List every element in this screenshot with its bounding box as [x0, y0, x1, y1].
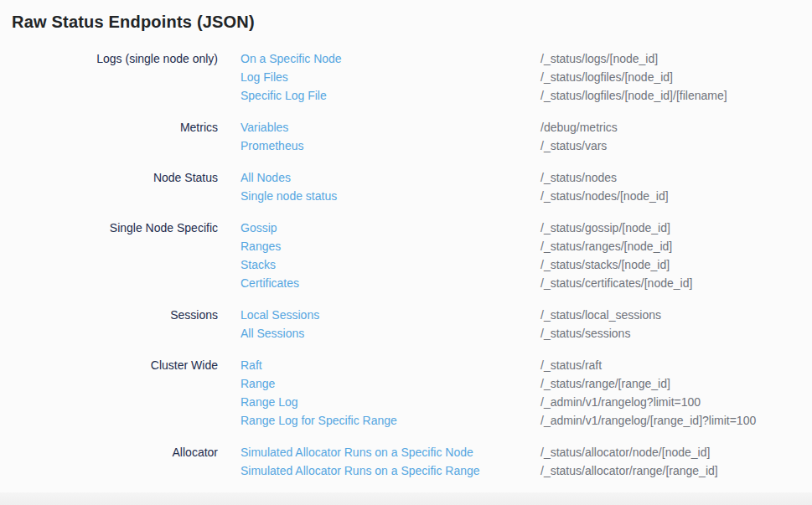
endpoint-path: /_status/gossip/[node_id]: [540, 219, 800, 237]
endpoint-path: /_status/stacks/[node_id]: [540, 255, 800, 274]
category-label: Metrics: [12, 118, 218, 155]
endpoint-section: Node Status All NodesSingle node status …: [12, 168, 800, 205]
endpoint-section: Metrics VariablesPrometheus /debug/metri…: [12, 118, 800, 155]
endpoint-path: /_status/allocator/node/[node_id]: [540, 443, 800, 461]
endpoint-section: Allocator Simulated Allocator Runs on a …: [12, 443, 800, 480]
endpoint-path: /_status/vars: [540, 137, 800, 155]
endpoint-link[interactable]: Gossip: [240, 219, 518, 237]
endpoint-section: Sessions Local SessionsAll Sessions /_st…: [12, 306, 800, 343]
endpoint-path-list: /_status/gossip/[node_id]/_status/ranges…: [540, 219, 800, 292]
endpoint-path: /_status/logfiles/[node_id]/[filename]: [540, 86, 800, 105]
endpoint-link[interactable]: Simulated Allocator Runs on a Specific R…: [240, 461, 518, 480]
category-label: Allocator: [12, 443, 218, 480]
endpoint-path: /_admin/v1/rangelog/[range_id]?limit=100: [540, 411, 800, 430]
endpoint-path-list: /debug/metrics/_status/vars: [540, 118, 800, 155]
endpoint-link[interactable]: Variables: [240, 118, 518, 137]
endpoint-link[interactable]: Prometheus: [240, 137, 518, 155]
endpoint-path: /_status/nodes/[node_id]: [540, 187, 800, 205]
endpoint-path: /_status/local_sessions: [540, 306, 800, 324]
endpoint-link[interactable]: Range: [240, 374, 518, 393]
category-label: Cluster Wide: [12, 356, 218, 430]
endpoint-section: Logs (single node only) On a Specific No…: [12, 49, 800, 105]
endpoint-link[interactable]: Stacks: [240, 255, 518, 274]
endpoint-link[interactable]: Log Files: [240, 68, 518, 86]
endpoint-link[interactable]: All Nodes: [240, 168, 518, 187]
endpoint-path-list: /_status/raft/_status/range/[range_id]/_…: [540, 356, 800, 430]
endpoint-link[interactable]: Simulated Allocator Runs on a Specific N…: [240, 443, 518, 461]
endpoint-link[interactable]: Range Log: [240, 393, 518, 411]
endpoint-path-list: /_status/allocator/node/[node_id]/_statu…: [540, 443, 800, 480]
endpoint-section: Cluster Wide RaftRangeRange LogRange Log…: [12, 356, 800, 430]
endpoint-path: /debug/metrics: [540, 118, 800, 137]
endpoint-path: /_status/raft: [540, 356, 800, 374]
endpoint-link[interactable]: Single node status: [240, 187, 518, 205]
endpoint-link[interactable]: Certificates: [240, 274, 518, 292]
footer-band: [0, 492, 812, 505]
endpoint-path: /_status/range/[range_id]: [540, 374, 800, 393]
endpoint-link-list: On a Specific NodeLog FilesSpecific Log …: [240, 49, 518, 105]
endpoint-link[interactable]: Ranges: [240, 237, 518, 255]
endpoint-link[interactable]: Local Sessions: [240, 306, 518, 324]
raw-status-endpoints-page: Raw Status Endpoints (JSON) Logs (single…: [0, 0, 812, 480]
endpoint-link[interactable]: Range Log for Specific Range: [240, 411, 518, 430]
endpoint-link-list: Local SessionsAll Sessions: [240, 306, 518, 343]
endpoint-link-list: GossipRangesStacksCertificates: [240, 219, 518, 292]
endpoint-path-list: /_status/nodes/_status/nodes/[node_id]: [540, 168, 800, 205]
endpoint-path: /_status/certificates/[node_id]: [540, 274, 800, 292]
category-label: Node Status: [12, 168, 218, 205]
endpoint-path-list: /_status/local_sessions/_status/sessions: [540, 306, 800, 343]
endpoint-path: /_status/ranges/[node_id]: [540, 237, 800, 255]
endpoint-path: /_status/logfiles/[node_id]: [540, 68, 800, 86]
endpoint-link[interactable]: On a Specific Node: [240, 49, 518, 68]
endpoint-link[interactable]: All Sessions: [240, 324, 518, 343]
endpoint-path: /_admin/v1/rangelog?limit=100: [540, 393, 800, 411]
category-label: Logs (single node only): [12, 49, 218, 105]
endpoint-link[interactable]: Specific Log File: [240, 86, 518, 105]
endpoint-link-list: All NodesSingle node status: [240, 168, 518, 205]
endpoint-path: /_status/logs/[node_id]: [540, 49, 800, 68]
endpoint-link[interactable]: Raft: [240, 356, 518, 374]
endpoint-link-list: VariablesPrometheus: [240, 118, 518, 155]
endpoint-link-list: RaftRangeRange LogRange Log for Specific…: [240, 356, 518, 430]
endpoint-path-list: /_status/logs/[node_id]/_status/logfiles…: [540, 49, 800, 105]
page-title: Raw Status Endpoints (JSON): [12, 12, 800, 32]
endpoint-path: /_status/sessions: [540, 324, 800, 343]
endpoints-table: Logs (single node only) On a Specific No…: [12, 49, 800, 480]
endpoint-path: /_status/nodes: [540, 168, 800, 187]
endpoint-link-list: Simulated Allocator Runs on a Specific N…: [240, 443, 518, 480]
category-label: Sessions: [12, 306, 218, 343]
endpoint-section: Single Node Specific GossipRangesStacksC…: [12, 219, 800, 292]
category-label: Single Node Specific: [12, 219, 218, 292]
endpoint-path: /_status/allocator/range/[range_id]: [540, 461, 800, 480]
